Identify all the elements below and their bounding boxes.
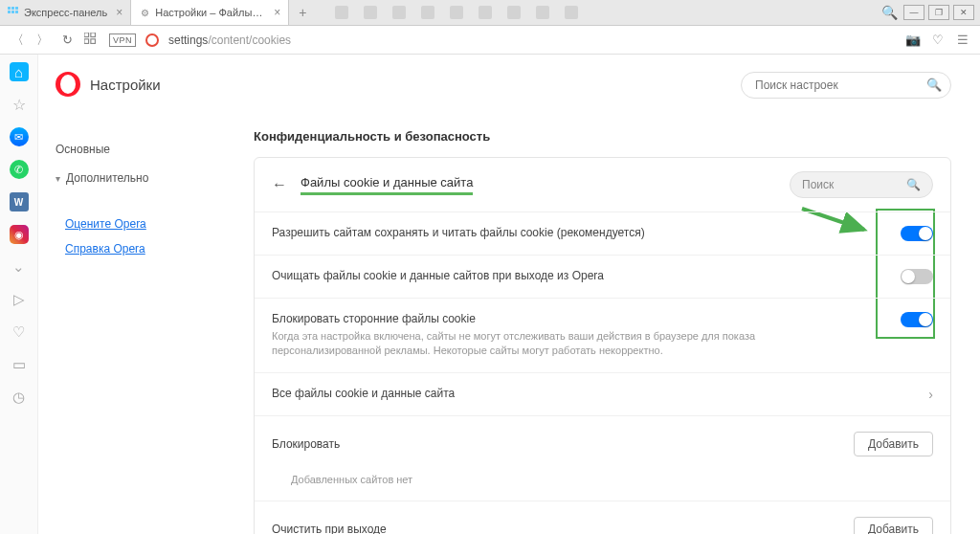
url-origin: settings [168,33,208,47]
chevron-down-icon[interactable]: ⌄ [10,257,29,277]
nav-basic[interactable]: Основные [56,135,254,164]
section-privacy-title: Конфиденциальность и безопасность [254,129,951,144]
easy-setup-icon[interactable]: ☰ [955,33,970,48]
card-header: ← Файлы cookie и данные сайта Поиск 🔍 [255,158,950,211]
settings-nav: Настройки Основные Дополнительно Оцените… [38,55,254,534]
left-rail: ⌂ ☆ ✉ ✆ W ◉ ⌄ ▷ ♡ ▭ ◷ [0,55,38,534]
cookies-card: ← Файлы cookie и данные сайта Поиск 🔍 Ра… [254,157,951,534]
chevron-right-icon: › [928,387,933,402]
tab-title: Экспресс-панель [24,7,107,18]
gear-icon: ⚙ [139,7,150,18]
close-icon[interactable]: × [274,6,280,19]
svg-rect-1 [11,7,14,10]
svg-rect-5 [15,11,18,13]
grid-icon [8,7,19,18]
addressbar: 〈 〉 ↻ VPN settings/content/cookies 📷 ♡ ☰ [0,26,980,55]
block-empty-message: Добавленных сайтов нет [272,474,933,485]
settings-search: 🔍 [741,72,951,99]
settings-page-title: Настройки [90,77,161,93]
messenger-icon[interactable]: ✉ [10,127,29,146]
block-section-title: Блокировать [272,437,340,451]
row-allow-cookies[interactable]: Разрешить сайтам сохранять и читать файл… [255,211,950,255]
svg-rect-3 [8,11,11,13]
instagram-icon[interactable]: ◉ [10,225,29,244]
svg-rect-9 [91,38,96,43]
settings-header: Настройки [56,72,254,97]
search-icon: 🔍 [906,178,921,191]
add-blocked-button[interactable]: Добавить [854,432,933,456]
tab-speed-dial[interactable]: Экспресс-панель × [0,0,131,25]
row-title: Разрешить сайтам сохранять и читать файл… [272,226,843,239]
back-arrow-button[interactable]: ← [272,176,287,193]
card-search[interactable]: Поиск 🔍 [790,171,933,198]
tab-settings[interactable]: ⚙ Настройки – Файлы cook… × [131,0,289,25]
back-button[interactable]: 〈 [10,33,25,48]
row-subtitle: Когда эта настройка включена, сайты не м… [272,329,843,359]
tab-title: Настройки – Файлы cook… [155,7,265,18]
nav-rate-opera[interactable]: Оцените Opera [56,211,254,236]
close-window-button[interactable]: ✕ [953,5,974,20]
svg-rect-4 [11,11,14,13]
toggle-clear-on-exit[interactable] [901,269,933,284]
svg-rect-2 [15,7,18,10]
opera-icon [145,33,159,47]
opera-logo-icon [56,72,80,97]
settings-content: 🔍 Конфиденциальность и безопасность ← Фа… [254,55,980,534]
speed-dial-icon[interactable] [84,33,100,48]
bookmarks-icon[interactable]: ☆ [10,95,29,114]
nav-advanced[interactable]: Дополнительно [56,164,254,192]
personal-news-icon[interactable]: ♡ [10,323,29,342]
toggle-allow-cookies[interactable] [901,226,933,241]
url-display[interactable]: settings/content/cookies [168,33,291,47]
reload-button[interactable]: ↻ [59,33,75,48]
home-icon[interactable]: ⌂ [10,62,29,81]
svg-rect-6 [84,33,89,37]
row-title: Блокировать сторонние файлы cookie [272,312,843,325]
card-title: Файлы cookie и данные сайта [301,175,473,195]
clear-on-exit-section: Очистить при выходе Добавить Добавленных… [255,501,950,534]
history-icon[interactable]: ◷ [10,388,29,407]
close-icon[interactable]: × [116,6,122,19]
card-search-placeholder: Поиск [802,178,834,191]
row-clear-on-exit[interactable]: Очищать файлы cookie и данные сайтов при… [255,255,950,298]
url-path: /content/cookies [208,33,291,47]
pinboards-icon[interactable]: ▭ [10,355,29,374]
block-section: Блокировать Добавить Добавленных сайтов … [255,415,950,501]
search-icon: 🔍 [926,78,942,92]
new-tab-button[interactable]: + [289,0,316,25]
forward-button[interactable]: 〉 [34,33,50,48]
heart-icon[interactable]: ♡ [930,33,946,48]
svg-rect-8 [84,38,89,43]
search-icon[interactable]: 🔍 [879,5,900,20]
settings-search-input[interactable] [741,72,951,99]
clear-exit-section-title: Очистить при выходе [272,523,387,534]
toggle-block-third-party[interactable] [901,312,933,327]
send-icon[interactable]: ▷ [10,290,29,309]
vk-icon[interactable]: W [10,192,29,211]
snapshot-icon[interactable]: 📷 [905,33,921,48]
minimize-button[interactable]: — [903,5,924,20]
maximize-button[interactable]: ❐ [928,5,949,20]
tab-extensions-area [316,0,879,25]
row-title: Очищать файлы cookie и данные сайтов при… [272,269,843,282]
titlebar: Экспресс-панель × ⚙ Настройки – Файлы co… [0,0,980,26]
row-all-cookies[interactable]: Все файлы cookie и данные сайта › [255,372,950,415]
row-block-third-party[interactable]: Блокировать сторонние файлы cookie Когда… [255,298,950,372]
add-clear-exit-button[interactable]: Добавить [854,517,933,534]
svg-rect-7 [91,33,96,37]
window-controls: 🔍 — ❐ ✕ [879,0,980,25]
vpn-badge[interactable]: VPN [109,33,136,47]
main: Настройки Основные Дополнительно Оцените… [38,55,980,534]
svg-rect-0 [8,7,11,10]
nav-help-opera[interactable]: Справка Opera [56,236,254,261]
whatsapp-icon[interactable]: ✆ [10,160,29,179]
row-title: Все файлы cookie и данные сайта [272,387,871,400]
